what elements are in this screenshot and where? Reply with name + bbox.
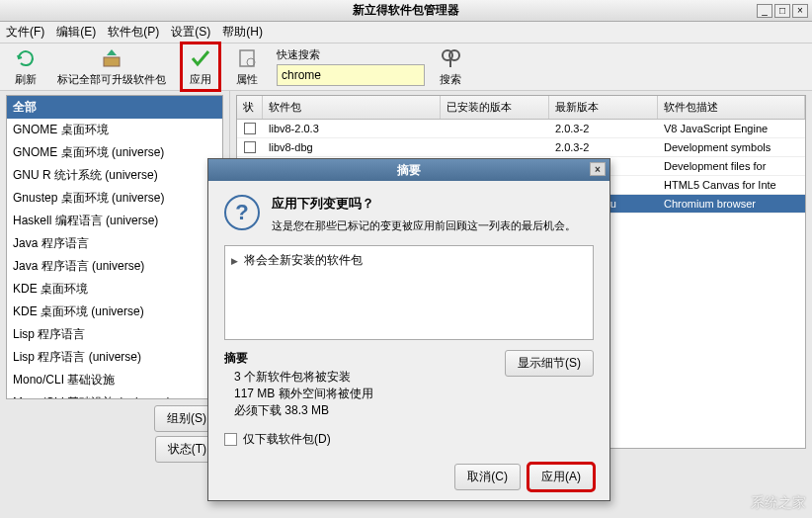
refresh-label: 刷新 [15, 72, 37, 87]
cell-package: libv8-2.0.3 [263, 120, 441, 137]
summary-line: 117 MB 额外空间将被使用 [234, 386, 373, 402]
menu-package[interactable]: 软件包(P) [108, 24, 159, 41]
menu-settings[interactable]: 设置(S) [171, 24, 210, 41]
menu-file[interactable]: 文件(F) [6, 24, 44, 41]
cell-desc: V8 JavaScript Engine [658, 120, 805, 137]
col-desc[interactable]: 软件包描述 [658, 96, 805, 119]
search-label: 搜索 [440, 72, 461, 87]
category-item[interactable]: Mono/CLI 基础设施 (universe) [7, 391, 222, 399]
cancel-button[interactable]: 取消(C) [454, 464, 521, 490]
show-details-button[interactable]: 显示细节(S) [505, 350, 594, 377]
cell-installed [441, 120, 549, 137]
category-item[interactable]: 全部 [7, 96, 222, 119]
summary-line: 3 个新软件包将被安装 [234, 369, 373, 386]
window-controls: _ □ × [757, 4, 808, 18]
watermark: 系统之家 [751, 494, 806, 512]
cell-desc: HTML5 Canvas for Inte [658, 176, 805, 194]
download-only-row[interactable]: 仅下载软件包(D) [224, 431, 594, 448]
category-item[interactable]: Java 程序语言 [7, 232, 222, 255]
dialog-apply-button[interactable]: 应用(A) [528, 464, 594, 490]
search-input[interactable] [277, 64, 425, 86]
download-only-label: 仅下载软件包(D) [243, 431, 331, 448]
cell-latest: 2.0.3-2 [549, 138, 658, 156]
cell-latest: 2.0.3-2 [549, 120, 658, 137]
col-installed[interactable]: 已安装的版本 [441, 96, 549, 119]
dialog-titlebar: 摘要 × [208, 159, 609, 181]
dialog-heading: 应用下列变更吗？ [272, 195, 576, 213]
cell-package: libv8-dbg [263, 138, 441, 156]
menu-bar: 文件(F) 编辑(E) 软件包(P) 设置(S) 帮助(H) [0, 22, 812, 43]
apply-button[interactable]: 应用 [180, 42, 221, 92]
svg-rect-0 [104, 57, 120, 66]
col-state[interactable]: 状 [237, 96, 263, 119]
summary-label: 摘要 [224, 350, 373, 367]
category-item[interactable]: Java 程序语言 (universe) [7, 255, 222, 278]
expand-icon[interactable]: ▶ [231, 256, 238, 266]
dialog-title: 摘要 [397, 162, 421, 179]
window-title: 新立得软件包管理器 [353, 2, 459, 19]
menu-edit[interactable]: 编辑(E) [56, 24, 96, 41]
svg-point-4 [449, 50, 459, 60]
dialog-close-button[interactable]: × [590, 162, 606, 176]
cell-desc: Chromium browser [658, 195, 805, 213]
refresh-icon [14, 46, 38, 70]
category-item[interactable]: Gnustep 桌面环境 (universe) [7, 187, 222, 210]
sidebar: 全部GNOME 桌面环境GNOME 桌面环境 (universe)GNU R 统… [0, 91, 230, 467]
dialog-description: 这是您在那些已标记的变更被应用前回顾这一列表的最后机会。 [272, 218, 576, 233]
pkg-checkbox[interactable] [244, 123, 256, 134]
upgrade-icon [100, 46, 123, 70]
mark-upgrades-button[interactable]: 标记全部可升级软件包 [51, 44, 172, 89]
category-list[interactable]: 全部GNOME 桌面环境GNOME 桌面环境 (universe)GNU R 统… [6, 95, 223, 399]
category-item[interactable]: KDE 桌面环境 (universe) [7, 301, 222, 323]
maximize-button[interactable]: □ [774, 4, 790, 18]
summary-dialog: 摘要 × ? 应用下列变更吗？ 这是您在那些已标记的变更被应用前回顾这一列表的最… [207, 158, 610, 501]
category-item[interactable]: Haskell 编程语言 (universe) [7, 210, 222, 232]
table-row[interactable]: libv8-dbg2.0.3-2Development symbols [237, 138, 805, 157]
menu-help[interactable]: 帮助(H) [222, 24, 263, 41]
category-item[interactable]: Mono/CLI 基础设施 [7, 369, 222, 391]
minimize-button[interactable]: _ [757, 4, 772, 18]
apply-label: 应用 [190, 72, 211, 87]
category-item[interactable]: GNOME 桌面环境 [7, 119, 222, 141]
changes-header: 将会全新安装的软件包 [244, 252, 363, 269]
refresh-button[interactable]: 刷新 [8, 44, 43, 89]
summary-line: 必须下载 38.3 MB [234, 402, 373, 419]
col-latest[interactable]: 最新版本 [549, 96, 658, 119]
changes-row[interactable]: ▶ 将会全新安装的软件包 [229, 250, 589, 271]
properties-icon [235, 46, 259, 70]
changes-list[interactable]: ▶ 将会全新安装的软件包 [224, 245, 594, 340]
quick-search-label: 快速搜索 [277, 47, 425, 62]
pkg-checkbox[interactable] [244, 141, 256, 153]
properties-label: 属性 [236, 72, 258, 87]
mark-upgrades-label: 标记全部可升级软件包 [57, 72, 166, 87]
category-item[interactable]: Lisp 程序语言 (universe) [7, 346, 222, 369]
close-button[interactable]: × [792, 4, 808, 18]
question-icon: ? [224, 195, 260, 230]
search-button[interactable]: 搜索 [433, 44, 468, 89]
table-row[interactable]: libv8-2.0.32.0.3-2V8 JavaScript Engine [237, 120, 805, 138]
summary-text: 摘要 3 个新软件包将被安装 117 MB 额外空间将被使用 必须下载 38.3… [224, 350, 373, 419]
col-package[interactable]: 软件包 [263, 96, 441, 119]
properties-button[interactable]: 属性 [229, 44, 265, 89]
quick-search: 快速搜索 [277, 47, 425, 86]
table-header: 状 软件包 已安装的版本 最新版本 软件包描述 [237, 96, 805, 120]
category-item[interactable]: GNOME 桌面环境 (universe) [7, 141, 222, 164]
category-item[interactable]: GNU R 统计系统 (universe) [7, 164, 222, 187]
cell-desc: Development files for [658, 157, 805, 175]
window-titlebar: 新立得软件包管理器 _ □ × [0, 0, 812, 22]
category-item[interactable]: KDE 桌面环境 [7, 278, 222, 301]
toolbar: 刷新 标记全部可升级软件包 应用 属性 快速搜索 搜索 [0, 43, 812, 91]
cell-installed [441, 138, 549, 156]
category-item[interactable]: Lisp 程序语言 [7, 323, 222, 346]
cell-desc: Development symbols [658, 138, 805, 156]
check-icon [189, 46, 212, 70]
download-only-checkbox[interactable] [224, 433, 237, 446]
search-icon [439, 46, 462, 70]
